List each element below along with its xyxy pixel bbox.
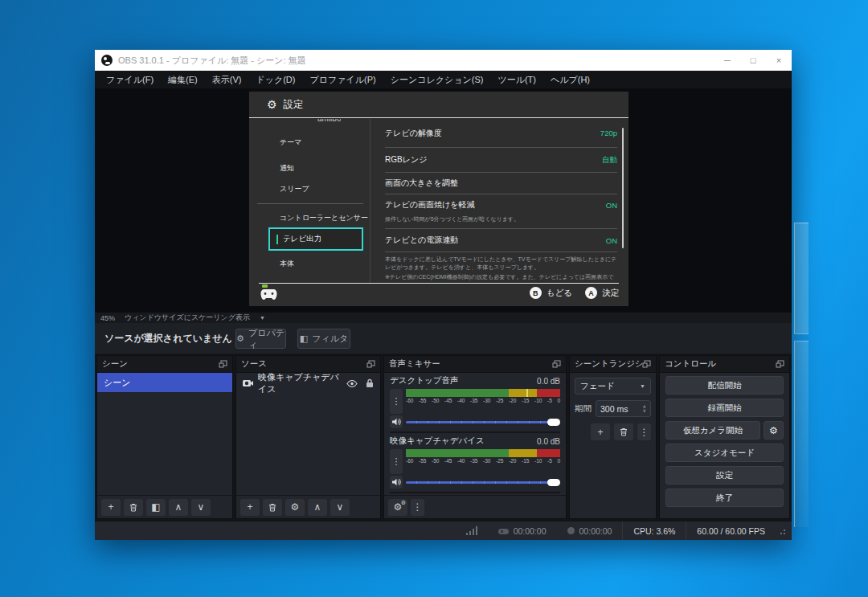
transition-menu-button[interactable]: ⋮: [637, 423, 651, 440]
mute-speaker-icon[interactable]: [390, 476, 403, 489]
close-button[interactable]: ×: [766, 50, 792, 71]
mixer-toolbar: ⚙⚙ ⋮: [384, 495, 566, 518]
cpu-usage: CPU: 3.6%: [622, 521, 686, 540]
sidebar-item-sleep: スリープ: [280, 184, 309, 194]
back-hint: B もどる: [530, 287, 572, 299]
spinner-arrows[interactable]: ∧∨: [643, 405, 646, 413]
scenes-toolbar: + ◧ ∧ ∨: [97, 495, 232, 518]
mixer-channel-video-capture: 映像キャプチャデバイス 0.0 dB ⋮ -60-55-50-45-40-35-…: [384, 433, 566, 493]
add-scene-button[interactable]: +: [101, 499, 121, 516]
gear-icon: ⚙: [236, 333, 244, 344]
power-link-cec-note-clipped: ※テレビ側のCEC(HDMI機器制御)の設定も必要です。また、テレビによっては画…: [385, 273, 617, 283]
popout-icon[interactable]: [552, 360, 561, 368]
controller-connected-indicator: [262, 284, 268, 288]
dock-area: シーン シーン + ◧ ∧ ∨ ソース: [95, 354, 792, 521]
filters-button[interactable]: ◧ フィルタ: [297, 329, 350, 349]
slider-handle[interactable]: [547, 419, 560, 426]
mute-speaker-icon[interactable]: [390, 415, 403, 428]
studio-mode-button[interactable]: スタジオモード: [665, 444, 784, 462]
scene-down-button[interactable]: ∨: [191, 499, 211, 516]
stream-status-icon: [498, 527, 509, 535]
menu-profile[interactable]: プロファイル(P): [302, 74, 383, 86]
sidebar-item-tv-output-selected: テレビ出力: [268, 227, 363, 251]
controls-header: コントロール: [660, 356, 789, 373]
switch-settings-sidebar: テーマ 通知 スリープ コントローラーとセンサー テレビ出力 本体: [249, 119, 370, 306]
menu-tools[interactable]: ツール(T): [490, 74, 543, 86]
scale-mode-label[interactable]: ウィンドウサイズにスケーリング表示: [125, 313, 250, 323]
switch-settings-header: ⚙ 設定: [249, 92, 628, 118]
remove-transition-button[interactable]: [614, 423, 633, 440]
menu-edit[interactable]: 編集(E): [161, 74, 205, 86]
menu-view[interactable]: 表示(V): [205, 74, 249, 86]
meter-scale: -60-55-50-45-40-35-30-25-20-15-10-50: [406, 398, 560, 403]
remove-source-button[interactable]: [263, 499, 282, 516]
source-down-button[interactable]: ∨: [330, 499, 350, 516]
setting-row-tv-resolution: テレビの解像度720p: [385, 119, 617, 148]
popout-icon[interactable]: [776, 360, 784, 368]
scene-list-item-selected[interactable]: シーン: [97, 373, 232, 392]
obs-window: OBS 31.0.1 - プロファイル: 無題 - シーン: 無題 ─ □ × …: [95, 50, 792, 540]
add-transition-button[interactable]: +: [591, 423, 610, 440]
a-button-icon: A: [585, 287, 597, 299]
mixer-menu-button[interactable]: ⋮: [411, 499, 424, 516]
menu-help[interactable]: ヘルプ(H): [543, 74, 597, 86]
scene-up-button[interactable]: ∧: [169, 499, 188, 516]
scene-filters-button[interactable]: ◧: [146, 499, 166, 516]
start-recording-button[interactable]: 録画開始: [665, 399, 784, 417]
setting-row-burnin-reduction: テレビの画面焼けを軽減ON: [385, 194, 617, 215]
virtual-camera-settings-button[interactable]: ⚙: [764, 421, 784, 440]
maximize-button[interactable]: □: [740, 50, 766, 71]
source-properties-button[interactable]: ⚙: [285, 499, 305, 516]
lock-icon[interactable]: [366, 378, 374, 388]
popout-icon[interactable]: [366, 360, 375, 368]
desktop: { "colors": { "switch_accent": "#2bcfa4"…: [0, 0, 868, 597]
start-virtual-camera-button[interactable]: 仮想カメラ開始: [665, 421, 760, 440]
slider-track: [406, 421, 559, 423]
channel-name: デスクトップ音声: [390, 375, 458, 386]
menu-scene-collection[interactable]: シーンコレクション(S): [383, 74, 491, 86]
power-link-note: 本体をドックに差し込んでTVモードにしたときや、TVモードでスリープ解除したとき…: [385, 252, 617, 273]
settings-button[interactable]: 設定: [665, 466, 784, 485]
source-up-button[interactable]: ∧: [308, 499, 327, 516]
window-title: OBS 31.0.1 - プロファイル: 無題 - シーン: 無題: [118, 55, 306, 67]
audio-mixer-panel: 音声ミキサー デスクトップ音声 0.0 dB ⋮ -60: [383, 355, 567, 519]
sidebar-separator: [257, 203, 363, 204]
preview-canvas[interactable]: ⚙ 設定 amiibo テーマ 通知 スリープ コントローラーとセンサー テレビ…: [95, 88, 792, 312]
start-streaming-button[interactable]: 配信開始: [665, 376, 784, 395]
menubar: ファイル(F) 編集(E) 表示(V) ドック(D) プロファイル(P) シーン…: [95, 71, 792, 88]
scale-dropdown-icon[interactable]: ▼: [260, 315, 265, 321]
channel-menu-button[interactable]: ⋮: [390, 449, 403, 474]
channel-menu-button[interactable]: ⋮: [390, 389, 403, 414]
setting-row-tv-power-link: テレビとの電源連動ON: [385, 229, 617, 252]
visibility-eye-icon[interactable]: [346, 380, 358, 387]
advanced-audio-button[interactable]: ⚙⚙: [388, 499, 407, 516]
sidebar-item-system: 本体: [280, 259, 294, 269]
transition-select[interactable]: フェード ▼: [575, 378, 651, 395]
setting-row-screen-size: 画面の大きさを調整: [385, 173, 617, 194]
add-source-button[interactable]: +: [240, 499, 260, 516]
controls-panel: コントロール 配信開始 録画開始 仮想カメラ開始 ⚙ スタジオモード 設定 終了: [659, 355, 790, 519]
source-list-item[interactable]: 映像キャプチャデバイス: [236, 373, 380, 394]
resize-grip[interactable]: [779, 528, 785, 534]
obs-logo-icon: [101, 55, 113, 66]
titlebar[interactable]: OBS 31.0.1 - プロファイル: 無題 - シーン: 無題 ─ □ ×: [95, 50, 792, 71]
switch-footer-bar: B もどる A 決定: [249, 283, 628, 306]
menu-file[interactable]: ファイル(F): [99, 74, 161, 86]
zoom-percent: 45%: [100, 314, 115, 322]
popout-icon[interactable]: [642, 360, 651, 368]
exit-button[interactable]: 終了: [665, 489, 784, 507]
channel-level: 0.0 dB: [537, 377, 560, 386]
menu-docks[interactable]: ドック(D): [248, 74, 302, 86]
volume-slider[interactable]: [406, 416, 560, 427]
captured-switch-settings-screen[interactable]: ⚙ 設定 amiibo テーマ 通知 スリープ コントローラーとセンサー テレビ…: [249, 92, 628, 306]
minimize-button[interactable]: ─: [714, 50, 740, 71]
switch-settings-title: 設定: [284, 98, 304, 112]
volume-slider[interactable]: [406, 476, 560, 488]
channel-level: 0.0 dB: [537, 437, 560, 446]
slider-handle[interactable]: [547, 479, 560, 486]
mixer-channel-desktop-audio: デスクトップ音声 0.0 dB ⋮ -60-55-50-45-40-35-30-…: [384, 373, 566, 433]
remove-scene-button[interactable]: [124, 499, 143, 516]
duration-spinner[interactable]: 300 ms ∧∨: [596, 400, 651, 417]
popout-icon[interactable]: [219, 360, 227, 368]
properties-button[interactable]: ⚙ プロパティ: [235, 329, 286, 349]
